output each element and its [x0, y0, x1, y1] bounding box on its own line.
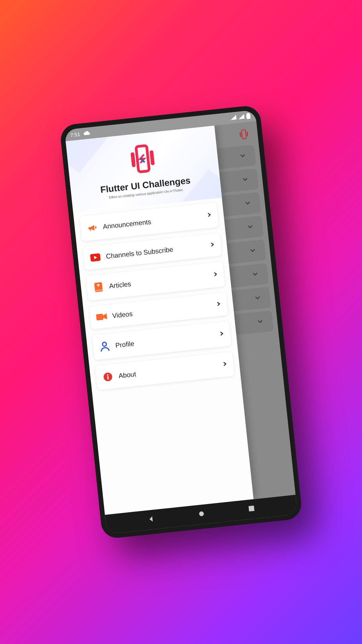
menu-item-label: Articles — [109, 272, 208, 290]
chevron-down-icon — [252, 271, 258, 279]
battery-icon — [246, 113, 251, 120]
youtube-icon — [89, 253, 101, 262]
app-logo-icon — [237, 127, 251, 143]
svg-rect-7 — [149, 150, 155, 165]
menu-item-label: Profile — [115, 331, 215, 349]
svg-rect-4 — [246, 131, 248, 137]
svg-point-16 — [199, 511, 204, 516]
book-icon — [93, 282, 104, 293]
status-time: 7:51 — [70, 131, 80, 138]
svg-rect-0 — [246, 113, 251, 119]
chevron-down-icon — [244, 200, 251, 208]
svg-rect-1 — [247, 113, 249, 114]
device-frame: 7:51 — [59, 105, 303, 539]
svg-rect-17 — [249, 505, 255, 512]
menu-item-label: Channels to Subscribe — [106, 242, 205, 260]
svg-point-12 — [102, 342, 107, 346]
back-button[interactable] — [147, 516, 155, 524]
menu-item-label: About — [118, 362, 218, 380]
megaphone-icon — [86, 222, 98, 233]
wifi-icon — [230, 115, 237, 121]
video-icon — [96, 312, 107, 321]
chevron-right-icon — [222, 361, 228, 368]
svg-rect-2 — [241, 130, 246, 139]
screen: 7:51 — [64, 110, 298, 534]
chevron-right-icon — [213, 272, 218, 278]
chevron-down-icon — [254, 294, 261, 303]
chevron-right-icon — [207, 212, 212, 219]
menu-item-label: Announcements — [103, 212, 202, 230]
info-icon — [102, 372, 114, 382]
chevron-right-icon — [219, 331, 225, 337]
signal-icon — [238, 114, 245, 120]
user-icon — [99, 341, 111, 352]
home-button[interactable] — [198, 510, 205, 519]
chevron-down-icon — [249, 247, 256, 255]
cloud-icon — [83, 130, 90, 137]
chevron-down-icon — [239, 152, 246, 160]
svg-rect-6 — [130, 152, 136, 167]
chevron-down-icon — [257, 318, 263, 326]
chevron-right-icon — [210, 242, 215, 248]
menu-item-label: Videos — [112, 302, 212, 320]
recent-apps-button[interactable] — [248, 505, 255, 513]
chevron-down-icon — [242, 176, 249, 184]
svg-rect-3 — [240, 132, 241, 138]
chevron-down-icon — [247, 223, 254, 231]
svg-rect-11 — [96, 314, 103, 320]
chevron-right-icon — [216, 301, 221, 308]
drawer-header: Flutter UI Challenges Effort on creating… — [66, 125, 222, 213]
menu-list: AnnouncementsChannels to SubscribeArticl… — [74, 202, 241, 397]
content-area: Flutter UI Challenges Effort on creating… — [66, 121, 296, 515]
